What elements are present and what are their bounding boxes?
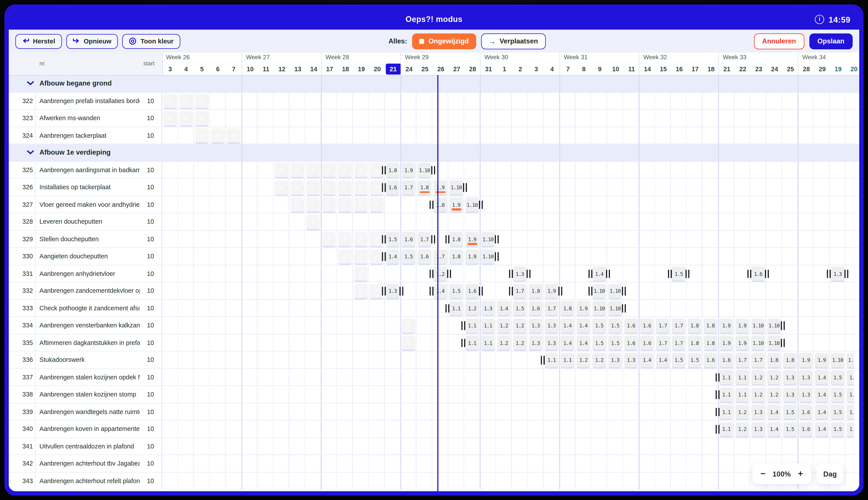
completed-day-block[interactable]: ✓: [370, 284, 384, 298]
table-row[interactable]: 326Installaties op tackerplaat10✓✓✓✓✓✓✓1…: [9, 179, 859, 196]
completed-day-block[interactable]: ✓: [354, 232, 368, 246]
day-header[interactable]: 19: [831, 64, 846, 75]
completed-day-block[interactable]: ✓: [354, 180, 368, 194]
planned-day-block[interactable]: 1.9: [720, 336, 733, 350]
zoom-in-button[interactable]: +: [798, 469, 803, 478]
task-name[interactable]: Aanbrengen anhydrietvloer: [39, 265, 140, 282]
completed-day-block[interactable]: ✓: [227, 128, 241, 143]
task-name[interactable]: Aangieten doucheputten: [39, 248, 140, 264]
planned-day-block[interactable]: 1.6: [847, 405, 854, 419]
planned-day-block[interactable]: 1.3: [513, 266, 527, 281]
day-header[interactable]: 10: [608, 64, 623, 75]
day-header[interactable]: 14: [306, 64, 321, 75]
planned-day-block[interactable]: 1.6: [386, 180, 400, 194]
planned-day-block[interactable]: 1.6: [799, 422, 813, 436]
verplaatsen-button[interactable]: → Verplaatsen: [481, 33, 546, 49]
planned-day-block[interactable]: 1.1: [465, 318, 479, 332]
completed-day-block[interactable]: ✓: [338, 180, 352, 194]
planned-day-block[interactable]: 1.10: [481, 232, 495, 246]
planned-day-block[interactable]: 1.3: [751, 405, 765, 419]
completed-day-block[interactable]: ✓: [354, 284, 368, 298]
planned-day-block[interactable]: 1.4: [767, 422, 781, 436]
planned-day-block[interactable]: 1.5: [831, 370, 845, 384]
planned-day-block[interactable]: 1.5: [592, 336, 606, 350]
completed-day-block[interactable]: ✓: [163, 94, 177, 108]
task-name[interactable]: Aanbrengen achterhout tbv Jagabeams…: [39, 455, 140, 472]
planned-day-block[interactable]: 1.4: [386, 249, 400, 263]
planned-day-block[interactable]: 1.8: [704, 336, 717, 350]
planned-day-block[interactable]: 1.4: [577, 318, 590, 332]
planned-day-block[interactable]: 1.10: [592, 284, 606, 298]
table-row[interactable]: 327Vloer gereed maken voor andhydrietvlo…: [9, 196, 859, 213]
planned-day-block[interactable]: 1.8: [433, 197, 447, 212]
planned-day-block[interactable]: 1.7: [433, 249, 447, 263]
planned-day-block[interactable]: 1.8: [561, 301, 575, 315]
completed-day-block[interactable]: ✓: [354, 197, 368, 212]
planned-day-block[interactable]: 1.10: [608, 301, 622, 315]
planned-day-block[interactable]: 1.7: [418, 232, 431, 246]
day-header[interactable]: 17: [322, 64, 337, 75]
completed-day-block[interactable]: ✓: [275, 180, 288, 194]
day-header[interactable]: 15: [656, 64, 671, 75]
planned-day-block[interactable]: 1.8: [449, 249, 463, 263]
planned-day-block[interactable]: 1.3: [799, 370, 813, 384]
planned-day-block[interactable]: 1.8: [688, 318, 702, 332]
planned-day-block[interactable]: 1.2: [497, 318, 511, 332]
completed-day-block[interactable]: ✓: [306, 215, 320, 229]
planned-day-block[interactable]: 1.9: [545, 284, 558, 298]
table-row[interactable]: 332Aanbrengen zandcementdekvloer op af…1…: [9, 283, 859, 300]
planned-day-block[interactable]: 1.8: [418, 180, 431, 194]
task-name[interactable]: Check pothoogte it zandcement afschot: [39, 299, 140, 316]
planned-day-block[interactable]: 1.6: [529, 301, 543, 315]
table-row[interactable]: 338Aanbrengen stalen kozijnen stomp101.1…: [9, 386, 859, 403]
task-name[interactable]: Stukadoorswerk: [39, 352, 140, 368]
planned-day-block[interactable]: 1.8: [529, 284, 543, 298]
planned-day-block[interactable]: 1.1: [481, 336, 495, 350]
table-row[interactable]: 322Aanbrengen prefab installaties borden…: [9, 92, 859, 110]
planned-day-block[interactable]: 1.8: [688, 336, 702, 350]
planned-day-block[interactable]: 1.3: [799, 387, 813, 401]
planned-day-block[interactable]: 1.1: [720, 370, 733, 384]
table-row[interactable]: 323Afwerken ms-wanden10✓✓✓: [9, 110, 859, 127]
completed-day-block[interactable]: ✓: [322, 180, 336, 194]
task-name[interactable]: Aanbrengen prefab installaties borden i…: [39, 92, 140, 109]
day-header[interactable]: 27: [449, 64, 464, 75]
planned-day-block[interactable]: 1.3: [751, 422, 765, 436]
planned-day-block[interactable]: 1.6: [402, 232, 416, 246]
table-row[interactable]: 329Stellen doucheputten10✓✓✓✓1.51.61.71.…: [9, 230, 859, 248]
planned-day-block[interactable]: 1.9: [465, 232, 479, 246]
planned-day-block[interactable]: 1.3: [783, 370, 797, 384]
completed-day-block[interactable]: ✓: [338, 197, 352, 212]
planned-day-block[interactable]: 1.6: [847, 422, 854, 436]
planned-day-block[interactable]: 1.5: [449, 284, 463, 298]
task-name[interactable]: Aanbrengen zandcementdekvloer op af…: [39, 283, 140, 299]
completed-day-block[interactable]: ✓: [290, 197, 304, 212]
table-row[interactable]: 337Aanbrengen stalen kozijnen opdek NC10…: [9, 368, 859, 386]
planned-day-block[interactable]: 1.10: [831, 353, 845, 367]
planned-day-block[interactable]: 1.5: [831, 422, 845, 436]
planned-day-block[interactable]: 1.5: [402, 249, 416, 263]
day-header[interactable]: 24: [401, 64, 417, 75]
day-header[interactable]: 3: [529, 64, 544, 75]
annuleren-button[interactable]: Annuleren: [754, 33, 805, 49]
completed-day-block[interactable]: ✓: [195, 111, 209, 125]
planned-day-block[interactable]: 1.2: [767, 387, 781, 401]
planned-day-block[interactable]: 1.4: [577, 336, 590, 350]
zoom-out-button[interactable]: −: [760, 469, 765, 478]
planned-day-block[interactable]: 1.5: [783, 422, 797, 436]
planned-day-block[interactable]: 1.2: [592, 353, 606, 367]
task-name[interactable]: Aanbrengen aardingsmat in badkamer: [39, 161, 140, 178]
completed-day-block[interactable]: ✓: [211, 128, 225, 143]
table-row[interactable]: 343Aanbrengen achterhout refelt plafonds…: [9, 473, 859, 490]
task-name[interactable]: Uitvullen centraaldozen in plafond: [39, 438, 140, 454]
planned-day-block[interactable]: 1.6: [847, 387, 854, 401]
planned-day-block[interactable]: 1.5: [592, 318, 606, 332]
day-header[interactable]: 26: [433, 64, 449, 75]
completed-day-block[interactable]: ✓: [322, 197, 336, 212]
completed-day-block[interactable]: ✓: [179, 94, 193, 108]
planned-day-block[interactable]: 1.3: [624, 353, 638, 367]
alert-day-block[interactable]: !: [402, 336, 416, 350]
day-header[interactable]: 4: [178, 64, 194, 75]
planned-day-block[interactable]: 1.1: [736, 387, 749, 401]
planned-day-block[interactable]: 1.3: [545, 318, 558, 332]
